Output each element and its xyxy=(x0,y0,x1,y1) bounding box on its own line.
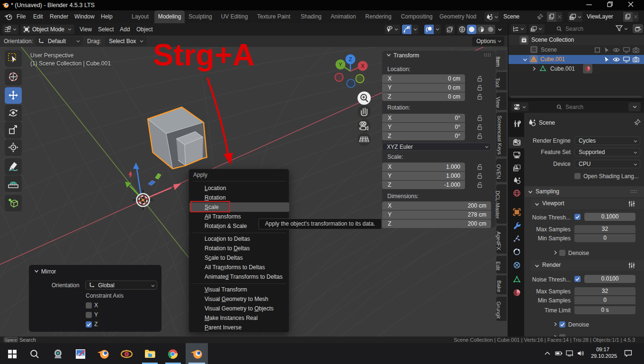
svg-text:X: X xyxy=(361,63,365,69)
svg-text:Y: Y xyxy=(339,62,342,67)
svg-text:Z: Z xyxy=(349,56,352,62)
